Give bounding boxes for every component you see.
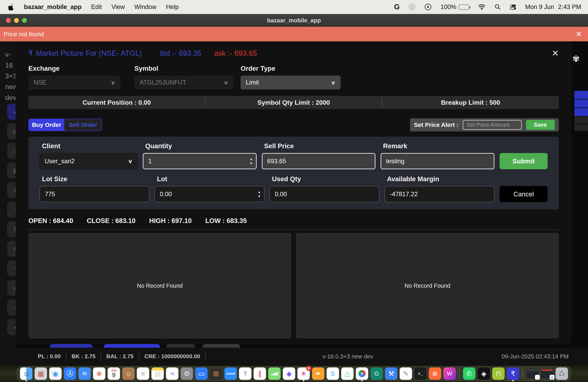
textedit-icon[interactable]: ✎ (399, 367, 412, 380)
app-store-icon[interactable]: Ⓐ (64, 367, 76, 380)
notes-icon[interactable]: ▤ (151, 367, 164, 380)
xcode-icon[interactable]: ⚒ (385, 367, 398, 380)
client-select[interactable]: User_san2 ∨ (40, 153, 138, 169)
notification-badge: 6 (306, 366, 311, 371)
spotlight-search-icon[interactable] (494, 4, 501, 10)
chevron-down-icon: ∨ (128, 158, 133, 164)
status-item-2: BAL : 2.75 (106, 353, 133, 360)
tab-sell-order[interactable]: Sell Order (64, 119, 102, 131)
skype-icon[interactable]: S (327, 367, 339, 380)
grammarly-icon[interactable]: G (370, 367, 383, 380)
quantity-input[interactable] (143, 154, 256, 169)
status-divider (205, 352, 206, 361)
background-row (574, 117, 588, 123)
lot-size-input[interactable] (40, 186, 149, 202)
lot-input[interactable] (155, 186, 264, 202)
calculator-icon[interactable]: ⊞ (210, 367, 222, 380)
battery-indicator[interactable]: 100% (441, 3, 469, 11)
android-studio-icon[interactable]: △ (341, 367, 354, 380)
exchange-select[interactable]: NSE ∨ (28, 76, 120, 90)
market-picture-modal: ₹ Market Picture For (NSE- ATGL) bid :- … (16, 41, 572, 344)
menu-view[interactable]: View (111, 3, 125, 11)
freeform-icon[interactable]: ≈ (166, 367, 178, 380)
sidebar-tile-6[interactable]: ⚒ (7, 221, 16, 237)
quantity-stepper[interactable]: ▲ ▼ (250, 154, 253, 169)
clickup-icon[interactable]: ◆ (283, 367, 295, 380)
unity-icon[interactable]: ◈ (478, 367, 490, 380)
sidebar-tile-3[interactable]: ▦ (7, 162, 16, 178)
banner-close-icon[interactable]: ✕ (576, 30, 582, 38)
parallels-icon[interactable]: ∥ (253, 367, 266, 380)
tab-buy-order[interactable]: Buy Order (29, 119, 64, 131)
control-center-icon[interactable] (510, 4, 516, 10)
wondershare-icon[interactable]: W (443, 367, 456, 380)
sidebar-tile-0[interactable]: ⌵ (7, 104, 16, 120)
sidebar-tile-9[interactable]: ☍ (7, 280, 16, 296)
symbol-label: Symbol (134, 65, 233, 72)
menubar-time: 2:43 PM (558, 3, 581, 11)
window-chrome-thumb[interactable]: ◉ (541, 367, 553, 380)
android-icon[interactable]: ⊓ (492, 367, 504, 380)
whatsapp-icon[interactable]: ✆ (463, 367, 475, 380)
available-margin-input[interactable] (385, 186, 494, 202)
menu-help[interactable]: Help (166, 3, 179, 11)
sidebar-tile-1[interactable]: ▤ (7, 123, 16, 139)
trash-icon[interactable]: ♺ (556, 367, 568, 380)
sidebar-tile-11[interactable]: ◀ (7, 319, 16, 335)
sidebar-tile-7[interactable]: ⚙ (7, 241, 16, 257)
terminal-icon[interactable]: >_ (414, 367, 427, 380)
status-item-3: CRE : 1000000000.00 (144, 353, 200, 360)
background-button (166, 344, 195, 348)
symbol-select[interactable]: ATGL25JUNFUT ∨ (134, 76, 233, 90)
reminders-icon[interactable]: ≡ (137, 367, 149, 380)
finder-icon[interactable]: ☺ (20, 367, 32, 380)
save-button[interactable]: Save (526, 120, 555, 130)
keynote-icon[interactable]: ▭ (195, 367, 208, 380)
chevron-down-icon: ∨ (224, 80, 228, 85)
lot-stepper[interactable]: ▲ ▼ (258, 186, 261, 202)
chevron-down-icon: ∨ (111, 80, 115, 85)
numbers-chart-icon[interactable]: ▂▅▇ (268, 367, 281, 380)
menubar-app-name[interactable]: bazaar_mobile_app (24, 3, 82, 11)
pages-icon[interactable]: ✒ (312, 367, 324, 380)
settings-icon[interactable]: ⚙ (181, 367, 193, 380)
grammarly-menubar-icon[interactable]: G (394, 3, 399, 11)
sidebar-tile-8[interactable]: ☺ (7, 260, 16, 276)
mail-icon[interactable]: ✉ (78, 367, 91, 380)
remark-input[interactable] (381, 154, 494, 169)
modal-close-icon[interactable]: ✕ (552, 49, 559, 57)
order-tabs-row: Buy Order Sell Order Set Price Alert : S… (28, 118, 559, 132)
order-type-select[interactable]: Limit ∨ (241, 76, 341, 90)
used-qty-input[interactable] (270, 186, 379, 202)
background-row-highlight (574, 91, 588, 99)
menu-window[interactable]: Window (134, 3, 156, 11)
sell-price-input[interactable] (262, 154, 375, 169)
screen-mirroring-icon[interactable] (424, 3, 432, 11)
menu-edit[interactable]: Edit (91, 3, 102, 11)
stepper-down-icon: ▼ (258, 195, 261, 198)
slack-icon[interactable]: ✳6 (297, 367, 310, 380)
sidebar-tile-4[interactable]: ✆ (7, 182, 16, 198)
menubar-clock[interactable]: Mon 9 Jun 2:43 PM (525, 3, 581, 11)
contacts-icon[interactable]: ☺ (122, 367, 135, 380)
price-alert-input[interactable] (463, 120, 522, 130)
cancel-button[interactable]: Cancel (500, 186, 547, 202)
sidebar-tile-2[interactable]: ☺ (7, 143, 16, 159)
submit-button[interactable]: Submit (500, 153, 547, 169)
chrome-icon[interactable] (356, 367, 368, 380)
sidebar-tile-5[interactable]: ⌂ (7, 202, 16, 218)
launchpad-icon[interactable]: ▦ (35, 367, 47, 380)
bazaar-app-icon[interactable]: ₹ (507, 367, 519, 380)
window-slack-thumb[interactable]: ✳ (526, 367, 539, 380)
zoom-icon[interactable]: zoom (224, 367, 237, 380)
photos-icon[interactable]: ❀ (93, 367, 105, 380)
calendar-icon[interactable]: JUN9 (108, 367, 120, 380)
settings-flower-icon[interactable]: ✾ (572, 54, 580, 64)
teams-icon[interactable]: T (239, 367, 252, 380)
apple-logo-icon[interactable] (8, 3, 14, 11)
wifi-icon[interactable] (478, 4, 486, 10)
sidebar-tile-10[interactable]: ☺ (7, 300, 16, 315)
postman-icon[interactable]: ⊛ (429, 367, 441, 380)
safari-icon[interactable]: ◉ (49, 367, 62, 380)
airdrop-menubar-icon[interactable] (408, 3, 416, 11)
